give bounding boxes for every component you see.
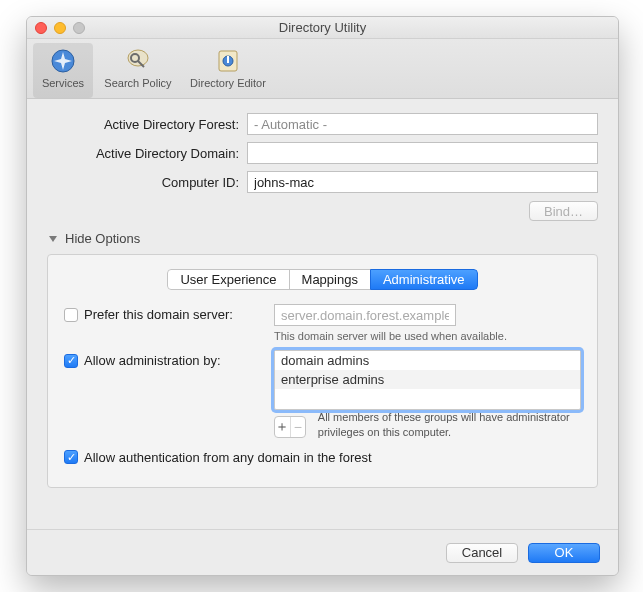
add-remove-buttons: ＋ − xyxy=(274,416,306,438)
list-item[interactable]: enterprise admins xyxy=(275,370,580,389)
add-button[interactable]: ＋ xyxy=(275,417,290,437)
prefer-domain-field[interactable] xyxy=(274,304,456,326)
footer: Cancel OK xyxy=(27,529,618,575)
close-icon[interactable] xyxy=(35,22,47,34)
toolbar-label: Search Policy xyxy=(104,77,171,89)
search-policy-icon xyxy=(124,47,152,75)
toolbar-item-search-policy[interactable]: Search Policy xyxy=(93,43,183,98)
forest-field[interactable] xyxy=(247,113,598,135)
window-title: Directory Utility xyxy=(279,20,366,35)
minimize-icon[interactable] xyxy=(54,22,66,34)
titlebar: Directory Utility xyxy=(27,17,618,39)
computer-id-field[interactable] xyxy=(247,171,598,193)
content: Active Directory Forest: Active Director… xyxy=(27,99,618,502)
disclosure-toggle[interactable]: Hide Options xyxy=(49,231,598,246)
tab-user-experience[interactable]: User Experience xyxy=(167,269,289,290)
allow-auth-label: Allow authentication from any domain in … xyxy=(84,450,372,465)
tabs: User Experience Mappings Administrative xyxy=(167,269,477,290)
list-item[interactable]: domain admins xyxy=(275,351,580,370)
chevron-down-icon xyxy=(49,236,57,242)
traffic-lights xyxy=(35,22,85,34)
bind-button: Bind… xyxy=(529,201,598,221)
prefer-domain-checkbox[interactable] xyxy=(64,308,78,322)
prefer-domain-label: Prefer this domain server: xyxy=(84,307,233,322)
toolbar-item-directory-editor[interactable]: Directory Editor xyxy=(183,43,273,98)
allow-auth-checkbox[interactable]: ✓ xyxy=(64,450,78,464)
list-item[interactable] xyxy=(275,389,580,393)
services-icon xyxy=(49,47,77,75)
toolbar: Services Search Policy Directory Edito xyxy=(27,39,618,99)
svg-rect-6 xyxy=(227,56,229,63)
disclosure-label: Hide Options xyxy=(65,231,140,246)
allow-admin-checkbox[interactable]: ✓ xyxy=(64,354,78,368)
domain-field[interactable] xyxy=(247,142,598,164)
directory-editor-icon xyxy=(214,47,242,75)
prefer-domain-hint: This domain server will be used when ava… xyxy=(274,330,581,342)
tab-mappings[interactable]: Mappings xyxy=(289,269,371,290)
options-panel: User Experience Mappings Administrative … xyxy=(47,254,598,488)
computer-id-label: Computer ID: xyxy=(47,175,247,190)
toolbar-label: Services xyxy=(42,77,84,89)
toolbar-label: Directory Editor xyxy=(190,77,266,89)
cancel-button[interactable]: Cancel xyxy=(446,543,518,563)
forest-label: Active Directory Forest: xyxy=(47,117,247,132)
admin-groups-hint: All members of these groups will have ad… xyxy=(318,410,581,440)
admin-groups-list[interactable]: domain admins enterprise admins xyxy=(274,350,581,410)
ok-button[interactable]: OK xyxy=(528,543,600,563)
window: Directory Utility Services Search Policy xyxy=(26,16,619,576)
toolbar-item-services[interactable]: Services xyxy=(33,43,93,98)
zoom-icon xyxy=(73,22,85,34)
remove-button: − xyxy=(290,417,305,437)
allow-admin-label: Allow administration by: xyxy=(84,353,221,368)
tab-administrative[interactable]: Administrative xyxy=(370,269,478,290)
domain-label: Active Directory Domain: xyxy=(47,146,247,161)
